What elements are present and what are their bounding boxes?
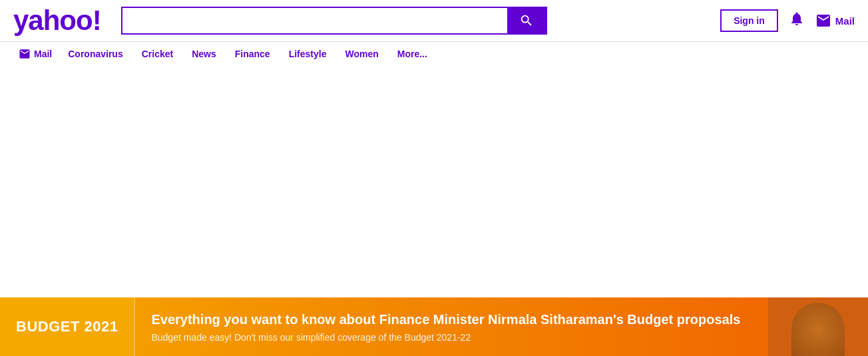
nav-mail-icon bbox=[19, 49, 31, 59]
banner-label: BUDGET 2021 bbox=[0, 297, 134, 356]
header-right: Sign in Mail bbox=[720, 9, 855, 32]
main-content bbox=[0, 66, 868, 266]
header: yahoo! Sign in Mail bbox=[0, 0, 868, 42]
mail-icon bbox=[815, 15, 831, 27]
search-input[interactable] bbox=[122, 8, 507, 33]
banner-text: Everything you want to know about Financ… bbox=[135, 297, 768, 356]
svg-rect-3 bbox=[805, 327, 845, 334]
svg-rect-0 bbox=[768, 297, 868, 356]
nav-item-news[interactable]: News bbox=[184, 46, 224, 62]
banner-person-illustration bbox=[768, 297, 868, 356]
nav-item-lifestyle[interactable]: Lifestyle bbox=[281, 46, 335, 62]
header-mail-label: Mail bbox=[835, 15, 855, 27]
yahoo-logo[interactable]: yahoo! bbox=[13, 7, 101, 35]
nav-item-finance[interactable]: Finance bbox=[227, 46, 278, 62]
banner-subtitle: Budget made easy! Don't miss our simplif… bbox=[151, 332, 752, 343]
nav-item-women[interactable]: Women bbox=[337, 46, 386, 62]
svg-rect-2 bbox=[808, 329, 841, 356]
banner-label-text: BUDGET 2021 bbox=[16, 318, 118, 335]
search-icon bbox=[519, 13, 534, 28]
nav-item-more[interactable]: More... bbox=[389, 46, 435, 62]
header-mail-link[interactable]: Mail bbox=[815, 15, 855, 27]
nav-mail-link[interactable]: Mail bbox=[13, 46, 57, 62]
nav-item-coronavirus[interactable]: Coronavirus bbox=[60, 46, 130, 62]
search-bar bbox=[121, 7, 547, 35]
sign-in-button[interactable]: Sign in bbox=[720, 9, 778, 32]
notification-bell-icon[interactable] bbox=[789, 11, 805, 31]
nav-mail-label: Mail bbox=[34, 49, 52, 59]
search-button[interactable] bbox=[507, 8, 546, 33]
nav-item-cricket[interactable]: Cricket bbox=[134, 46, 181, 62]
banner-image bbox=[768, 297, 868, 356]
svg-point-1 bbox=[813, 304, 837, 331]
banner[interactable]: BUDGET 2021 Everything you want to know … bbox=[0, 297, 868, 356]
navigation: Mail Coronavirus Cricket News Finance Li… bbox=[0, 42, 868, 66]
banner-title: Everything you want to know about Financ… bbox=[151, 311, 752, 328]
